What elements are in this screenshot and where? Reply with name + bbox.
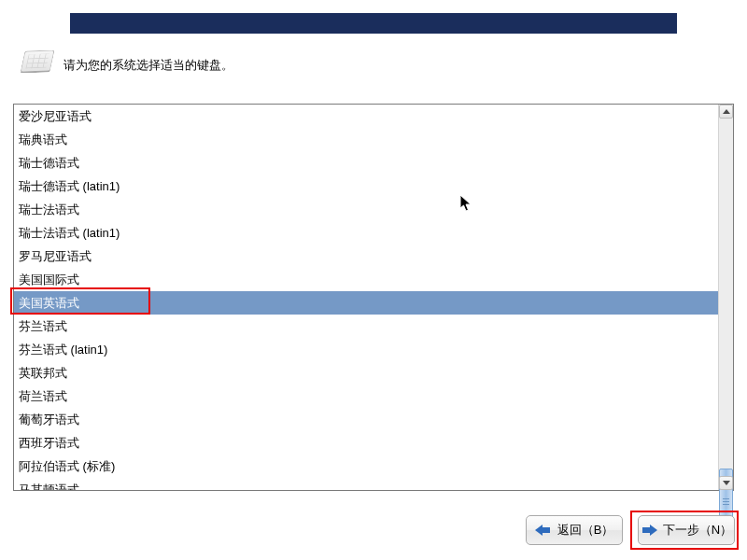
back-button[interactable]: 返回（B） [526,515,623,545]
keyboard-layout-item[interactable]: 瑞士法语式 [14,198,720,221]
keyboard-layout-item[interactable]: 荷兰语式 [14,385,720,408]
keyboard-icon [20,49,54,73]
keyboard-layout-item[interactable]: 芬兰语式 [14,315,720,338]
arrow-right-icon [641,525,657,536]
keyboard-layout-listbox[interactable]: 爱沙尼亚语式瑞典语式瑞士德语式瑞士德语式 (latin1)瑞士法语式瑞士法语式 … [13,104,734,491]
scroll-down-button[interactable] [719,476,733,490]
keyboard-layout-item[interactable]: 爱沙尼亚语式 [14,105,720,128]
back-button-label: 返回（B） [557,522,614,539]
instruction-text: 请为您的系统选择适当的键盘。 [63,57,233,74]
chevron-down-icon [723,481,730,485]
keyboard-layout-item[interactable]: 瑞士德语式 [14,151,720,175]
keyboard-layout-item[interactable]: 葡萄牙语式 [14,408,720,431]
keyboard-layout-item[interactable]: 美国国际式 [14,268,720,291]
header-banner [70,13,677,34]
wizard-button-row: 返回（B） 下一步（N） [526,515,735,545]
keyboard-layout-item[interactable]: 瑞士法语式 (latin1) [14,221,720,245]
arrow-left-icon [535,525,552,536]
keyboard-layout-item[interactable]: 芬兰语式 (latin1) [14,338,720,361]
keyboard-layout-item[interactable]: 英联邦式 [14,361,720,385]
keyboard-layout-item[interactable]: 瑞典语式 [14,128,720,151]
chevron-up-icon [723,109,730,114]
next-button-label: 下一步（N） [663,522,732,539]
keyboard-layout-item[interactable]: 罗马尼亚语式 [14,245,720,268]
keyboard-layout-item[interactable]: 马其顿语式 [14,478,720,490]
scroll-up-button[interactable] [719,105,733,119]
keyboard-layout-item[interactable]: 美国英语式 [14,291,720,315]
keyboard-layout-item[interactable]: 西班牙语式 [14,431,720,455]
next-button[interactable]: 下一步（N） [638,515,735,545]
keyboard-layout-item[interactable]: 阿拉伯语式 (标准) [14,455,720,478]
keyboard-layout-item[interactable]: 瑞士德语式 (latin1) [14,175,720,198]
list-viewport: 爱沙尼亚语式瑞典语式瑞士德语式瑞士德语式 (latin1)瑞士法语式瑞士法语式 … [14,105,720,490]
vertical-scrollbar[interactable] [718,105,733,490]
